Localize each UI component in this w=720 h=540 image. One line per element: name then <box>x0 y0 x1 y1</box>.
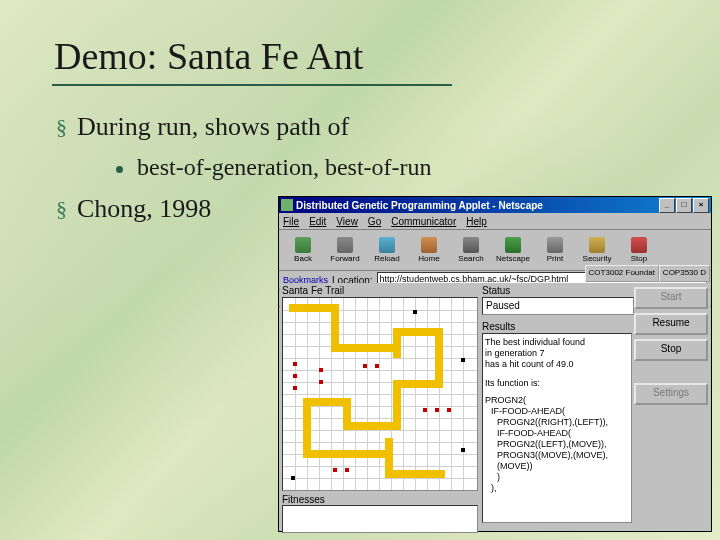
back-icon <box>295 237 311 253</box>
security-button[interactable]: Security <box>577 234 617 266</box>
bullet-1: § During run, shows path of <box>56 112 349 142</box>
menu-go[interactable]: Go <box>368 216 381 227</box>
sub-bullet-1-text: best-of-generation, best-of-run <box>137 154 432 181</box>
applet-content: Santa Fe Trail <box>280 283 710 530</box>
forward-icon <box>337 237 353 253</box>
bullet-1-text: During run, shows path of <box>77 112 349 142</box>
resume-button[interactable]: Resume <box>634 313 708 335</box>
netscape-icon <box>505 237 521 253</box>
right-column: Start Resume Stop Settings <box>632 283 710 530</box>
search-button[interactable]: Search <box>451 234 491 266</box>
back-button[interactable]: Back <box>283 234 323 266</box>
section-marker-icon: § <box>56 112 67 142</box>
status-label: Status <box>482 285 630 296</box>
start-button[interactable]: Start <box>634 287 708 309</box>
taskbar-tabs: COT3002 Foundat COP3530 D <box>585 265 710 282</box>
section-marker-icon: § <box>56 194 67 224</box>
results-box: The best individual found in generation … <box>482 333 632 523</box>
stop-icon <box>631 237 647 253</box>
mid-column: Status Paused Results The best individua… <box>480 283 632 530</box>
trail-label: Santa Fe Trail <box>282 285 478 296</box>
security-icon <box>589 237 605 253</box>
results-prog: ), <box>485 483 629 494</box>
results-prog: PROGN3((MOVE),(MOVE),(MOVE)) <box>485 450 629 472</box>
tab-2[interactable]: COP3530 D <box>659 265 710 282</box>
home-button[interactable]: Home <box>409 234 449 266</box>
results-prog: PROGN2((RIGHT),(LEFT)), <box>485 417 629 428</box>
netscape-button[interactable]: Netscape <box>493 234 533 266</box>
results-prog: PROGN2( <box>485 395 629 406</box>
trail-grid <box>283 298 477 490</box>
fitness-canvas <box>282 505 478 533</box>
results-prog: IF-FOOD-AHEAD( <box>485 428 629 439</box>
home-icon <box>421 237 437 253</box>
reload-icon <box>379 237 395 253</box>
menu-edit[interactable]: Edit <box>309 216 326 227</box>
menu-communicator[interactable]: Communicator <box>391 216 456 227</box>
results-prog: PROGN2((LEFT),(MOVE)), <box>485 439 629 450</box>
bullet-2-text: Chong, 1998 <box>77 194 211 224</box>
bullet-2: § Chong, 1998 <box>56 194 211 224</box>
tab-1[interactable]: COT3002 Foundat <box>585 265 659 282</box>
menu-view[interactable]: View <box>336 216 358 227</box>
menubar: File Edit View Go Communicator Help <box>279 213 711 230</box>
trail-canvas <box>282 297 478 491</box>
close-button[interactable]: × <box>693 198 709 213</box>
stop-app-button[interactable]: Stop <box>634 339 708 361</box>
slide: Demo: Santa Fe Ant § During run, shows p… <box>0 0 720 540</box>
stop-button[interactable]: Stop <box>619 234 659 266</box>
menu-file[interactable]: File <box>283 216 299 227</box>
app-icon <box>281 199 293 211</box>
results-prog: ) <box>485 472 629 483</box>
status-value: Paused <box>482 297 634 315</box>
search-icon <box>463 237 479 253</box>
results-prog: IF-FOOD-AHEAD( <box>485 406 629 417</box>
title-underline <box>52 84 452 86</box>
sub-bullet-1: best-of-generation, best-of-run <box>116 154 432 181</box>
results-line: Its function is: <box>485 378 629 389</box>
results-line: has a hit count of 49.0 <box>485 359 629 370</box>
reload-button[interactable]: Reload <box>367 234 407 266</box>
titlebar[interactable]: Distributed Genetic Programming Applet -… <box>279 197 711 213</box>
maximize-button[interactable]: □ <box>676 198 692 213</box>
settings-button[interactable]: Settings <box>634 383 708 405</box>
window-title: Distributed Genetic Programming Applet -… <box>296 200 543 211</box>
print-button[interactable]: Print <box>535 234 575 266</box>
results-label: Results <box>482 321 630 332</box>
fitness-label: Fitnesses <box>282 494 478 505</box>
left-column: Santa Fe Trail <box>280 283 480 530</box>
browser-window: Distributed Genetic Programming Applet -… <box>278 196 712 532</box>
menu-help[interactable]: Help <box>466 216 487 227</box>
bullet-dot-icon <box>116 166 123 173</box>
print-icon <box>547 237 563 253</box>
forward-button[interactable]: Forward <box>325 234 365 266</box>
results-line: The best individual found <box>485 337 629 348</box>
slide-title: Demo: Santa Fe Ant <box>54 34 363 78</box>
results-line: in generation 7 <box>485 348 629 359</box>
minimize-button[interactable]: _ <box>659 198 675 213</box>
